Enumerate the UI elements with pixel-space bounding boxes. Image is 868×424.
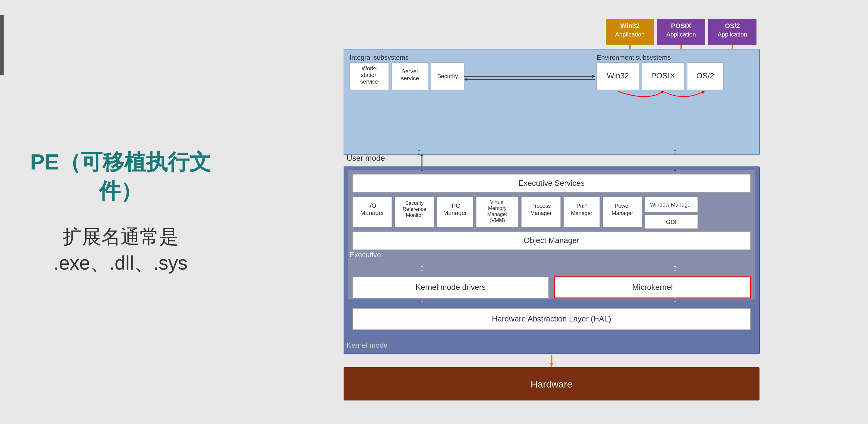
- svg-text:Executive Services: Executive Services: [518, 179, 585, 188]
- svg-text:Manager: Manager: [612, 210, 633, 216]
- svg-text:Application: Application: [615, 31, 645, 38]
- svg-text:Work-: Work-: [362, 65, 377, 71]
- svg-text:↕: ↕: [673, 294, 678, 305]
- svg-text:Application: Application: [666, 31, 696, 38]
- svg-text:Microkernel: Microkernel: [632, 282, 673, 292]
- svg-text:Reference: Reference: [403, 206, 426, 212]
- svg-text:I/O: I/O: [368, 202, 376, 209]
- svg-text:service: service: [401, 75, 419, 82]
- svg-text:Win32: Win32: [607, 71, 629, 80]
- subtitle: 扩展名通常是 .exe、.dll、.sys: [18, 224, 223, 276]
- kernel-mode-label: Kernel mode: [347, 341, 388, 349]
- svg-text:(VMM): (VMM): [490, 217, 505, 223]
- svg-text:↓: ↓: [673, 162, 678, 173]
- svg-text:Window Manager: Window Manager: [650, 202, 692, 208]
- svg-text:POSIX: POSIX: [651, 71, 675, 80]
- svg-text:GDI: GDI: [666, 219, 677, 225]
- svg-text:Manager: Manager: [443, 210, 467, 216]
- svg-text:↕: ↕: [673, 262, 678, 273]
- svg-text:Object Manager: Object Manager: [524, 236, 580, 245]
- svg-text:service: service: [360, 79, 378, 85]
- executive-label: Executive: [350, 251, 381, 259]
- svg-text:Security: Security: [437, 73, 458, 79]
- svg-text:Server: Server: [401, 68, 418, 74]
- svg-text:Manager: Manager: [361, 210, 384, 216]
- svg-text:Manager: Manager: [487, 211, 507, 217]
- left-decorative-bar: [0, 15, 4, 75]
- svg-text:Kernel mode drivers: Kernel mode drivers: [415, 282, 486, 292]
- svg-text:↕: ↕: [673, 146, 678, 157]
- right-diagram-area: Win32 Application POSIX Application OS/2…: [241, 0, 868, 424]
- svg-text:↕: ↕: [420, 262, 424, 273]
- svg-text:↓: ↓: [420, 162, 424, 173]
- svg-text:Memory: Memory: [488, 205, 507, 211]
- user-mode-label: User mode: [347, 153, 385, 162]
- main-title: PE（可移植执行文件）: [18, 148, 223, 206]
- svg-text:IPC: IPC: [450, 202, 460, 209]
- svg-text:Win32: Win32: [620, 22, 640, 30]
- svg-text:Application: Application: [718, 31, 747, 38]
- svg-text:OS/2: OS/2: [725, 22, 740, 30]
- svg-text:Security: Security: [405, 200, 424, 206]
- svg-text:POSIX: POSIX: [671, 22, 691, 30]
- svg-text:↕: ↕: [416, 146, 421, 157]
- svg-text:Hardware: Hardware: [531, 379, 572, 390]
- svg-text:Hardware Abstraction Layer (HA: Hardware Abstraction Layer (HAL): [492, 314, 611, 323]
- svg-text:Manager: Manager: [571, 210, 592, 216]
- svg-text:OS/2: OS/2: [696, 71, 714, 80]
- integral-subsystems-label: Integral subsystems: [350, 54, 409, 61]
- env-subsystems-label: Environment subsystems: [597, 54, 671, 61]
- slide-container: PE（可移植执行文件） 扩展名通常是 .exe、.dll、.sys Win32 …: [0, 0, 868, 424]
- svg-text:Process: Process: [531, 203, 551, 209]
- svg-text:PnP: PnP: [577, 203, 587, 209]
- left-content-area: PE（可移植执行文件） 扩展名通常是 .exe、.dll、.sys: [0, 0, 241, 424]
- svg-marker-56: [550, 363, 553, 367]
- svg-text:station: station: [361, 72, 378, 78]
- svg-text:Virtual: Virtual: [490, 199, 504, 205]
- svg-text:Monitor: Monitor: [406, 212, 423, 218]
- svg-text:Power: Power: [615, 203, 630, 209]
- svg-text:Manager: Manager: [530, 210, 552, 216]
- svg-text:↕: ↕: [420, 294, 424, 305]
- architecture-diagram: Win32 Application POSIX Application OS/2…: [344, 19, 766, 405]
